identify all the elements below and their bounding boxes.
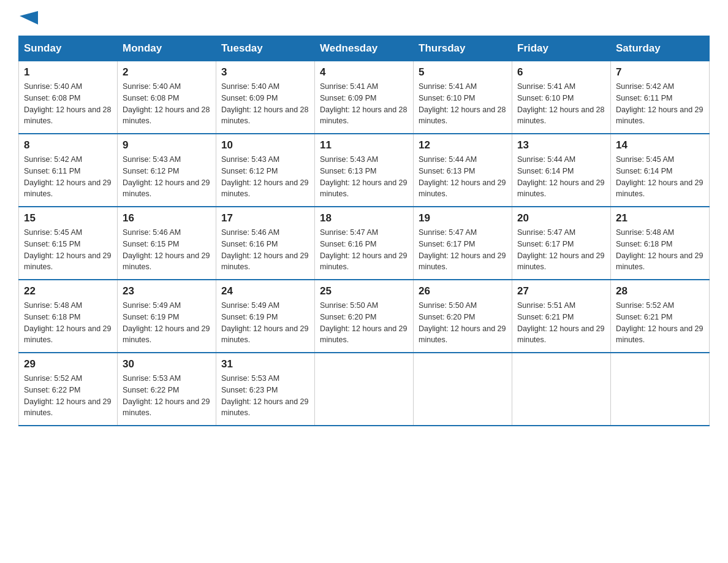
day-info: Sunrise: 5:42 AM Sunset: 6:11 PM Dayligh… [24,154,112,200]
day-number: 6 [517,66,605,79]
day-number: 11 [320,139,408,151]
calendar-cell: 11 Sunrise: 5:43 AM Sunset: 6:13 PM Dayl… [315,134,414,207]
calendar-cell: 28 Sunrise: 5:52 AM Sunset: 6:21 PM Dayl… [611,280,710,353]
day-number: 16 [123,212,211,224]
day-info: Sunrise: 5:41 AM Sunset: 6:10 PM Dayligh… [517,81,605,127]
day-number: 23 [123,285,211,297]
calendar-cell: 9 Sunrise: 5:43 AM Sunset: 6:12 PM Dayli… [118,134,216,207]
day-number: 13 [517,139,605,151]
calendar-cell [512,353,611,426]
calendar-cell: 10 Sunrise: 5:43 AM Sunset: 6:12 PM Dayl… [216,134,315,207]
day-info: Sunrise: 5:52 AM Sunset: 6:22 PM Dayligh… [24,373,112,419]
calendar-week-row: 15 Sunrise: 5:45 AM Sunset: 6:15 PM Dayl… [19,207,710,280]
calendar-cell: 8 Sunrise: 5:42 AM Sunset: 6:11 PM Dayli… [19,134,118,207]
day-info: Sunrise: 5:40 AM Sunset: 6:08 PM Dayligh… [24,81,112,127]
calendar-cell: 6 Sunrise: 5:41 AM Sunset: 6:10 PM Dayli… [512,61,611,134]
day-number: 3 [221,66,309,79]
day-info: Sunrise: 5:46 AM Sunset: 6:15 PM Dayligh… [123,227,211,273]
day-info: Sunrise: 5:41 AM Sunset: 6:10 PM Dayligh… [419,81,507,127]
calendar-cell: 24 Sunrise: 5:49 AM Sunset: 6:19 PM Dayl… [216,280,315,353]
day-number: 1 [24,66,112,79]
day-info: Sunrise: 5:47 AM Sunset: 6:17 PM Dayligh… [517,227,605,273]
day-info: Sunrise: 5:46 AM Sunset: 6:16 PM Dayligh… [221,227,309,273]
day-info: Sunrise: 5:40 AM Sunset: 6:08 PM Dayligh… [123,81,211,127]
day-info: Sunrise: 5:43 AM Sunset: 6:13 PM Dayligh… [320,154,408,200]
day-number: 18 [320,212,408,224]
day-info: Sunrise: 5:53 AM Sunset: 6:23 PM Dayligh… [221,373,309,419]
day-info: Sunrise: 5:49 AM Sunset: 6:19 PM Dayligh… [221,300,309,346]
calendar-cell: 31 Sunrise: 5:53 AM Sunset: 6:23 PM Dayl… [216,353,315,426]
day-number: 17 [221,212,309,224]
calendar-cell: 3 Sunrise: 5:40 AM Sunset: 6:09 PM Dayli… [216,61,315,134]
day-info: Sunrise: 5:47 AM Sunset: 6:16 PM Dayligh… [320,227,408,273]
calendar-cell: 23 Sunrise: 5:49 AM Sunset: 6:19 PM Dayl… [118,280,216,353]
calendar-cell: 17 Sunrise: 5:46 AM Sunset: 6:16 PM Dayl… [216,207,315,280]
day-info: Sunrise: 5:45 AM Sunset: 6:14 PM Dayligh… [616,154,704,200]
day-info: Sunrise: 5:43 AM Sunset: 6:12 PM Dayligh… [123,154,211,200]
day-number: 25 [320,285,408,297]
calendar-cell: 7 Sunrise: 5:42 AM Sunset: 6:11 PM Dayli… [611,61,710,134]
day-info: Sunrise: 5:48 AM Sunset: 6:18 PM Dayligh… [24,300,112,346]
calendar-week-row: 29 Sunrise: 5:52 AM Sunset: 6:22 PM Dayl… [19,353,710,426]
day-info: Sunrise: 5:51 AM Sunset: 6:21 PM Dayligh… [517,300,605,346]
calendar-cell: 2 Sunrise: 5:40 AM Sunset: 6:08 PM Dayli… [118,61,216,134]
calendar-cell: 30 Sunrise: 5:53 AM Sunset: 6:22 PM Dayl… [118,353,216,426]
calendar-cell: 26 Sunrise: 5:50 AM Sunset: 6:20 PM Dayl… [414,280,512,353]
calendar-cell [315,353,414,426]
svg-marker-0 [20,11,38,25]
day-number: 4 [320,66,408,79]
day-info: Sunrise: 5:44 AM Sunset: 6:14 PM Dayligh… [517,154,605,200]
day-number: 22 [24,285,112,297]
day-info: Sunrise: 5:48 AM Sunset: 6:18 PM Dayligh… [616,227,704,273]
calendar-cell: 13 Sunrise: 5:44 AM Sunset: 6:14 PM Dayl… [512,134,611,207]
day-info: Sunrise: 5:53 AM Sunset: 6:22 PM Dayligh… [123,373,211,419]
day-number: 5 [419,66,507,79]
calendar-cell: 18 Sunrise: 5:47 AM Sunset: 6:16 PM Dayl… [315,207,414,280]
day-number: 29 [24,358,112,370]
day-info: Sunrise: 5:49 AM Sunset: 6:19 PM Dayligh… [123,300,211,346]
day-info: Sunrise: 5:43 AM Sunset: 6:12 PM Dayligh… [221,154,309,200]
calendar-cell: 20 Sunrise: 5:47 AM Sunset: 6:17 PM Dayl… [512,207,611,280]
day-number: 14 [616,139,704,151]
day-number: 26 [419,285,507,297]
logo-triangle-icon [20,11,38,29]
day-info: Sunrise: 5:47 AM Sunset: 6:17 PM Dayligh… [419,227,507,273]
page-header [18,12,710,25]
day-info: Sunrise: 5:52 AM Sunset: 6:21 PM Dayligh… [616,300,704,346]
day-number: 8 [24,139,112,151]
calendar-cell: 12 Sunrise: 5:44 AM Sunset: 6:13 PM Dayl… [414,134,512,207]
calendar-week-row: 8 Sunrise: 5:42 AM Sunset: 6:11 PM Dayli… [19,134,710,207]
day-number: 19 [419,212,507,224]
day-info: Sunrise: 5:44 AM Sunset: 6:13 PM Dayligh… [419,154,507,200]
day-number: 21 [616,212,704,224]
day-info: Sunrise: 5:40 AM Sunset: 6:09 PM Dayligh… [221,81,309,127]
logo [18,12,38,25]
day-info: Sunrise: 5:41 AM Sunset: 6:09 PM Dayligh… [320,81,408,127]
column-header-monday: Monday [118,36,216,61]
calendar-header-row: SundayMondayTuesdayWednesdayThursdayFrid… [19,36,710,61]
calendar-cell: 4 Sunrise: 5:41 AM Sunset: 6:09 PM Dayli… [315,61,414,134]
day-number: 30 [123,358,211,370]
column-header-friday: Friday [512,36,611,61]
column-header-tuesday: Tuesday [216,36,315,61]
calendar-table: SundayMondayTuesdayWednesdayThursdayFrid… [18,36,710,426]
calendar-cell [414,353,512,426]
column-header-sunday: Sunday [19,36,118,61]
calendar-cell: 19 Sunrise: 5:47 AM Sunset: 6:17 PM Dayl… [414,207,512,280]
day-number: 27 [517,285,605,297]
calendar-week-row: 1 Sunrise: 5:40 AM Sunset: 6:08 PM Dayli… [19,61,710,134]
day-number: 10 [221,139,309,151]
day-number: 31 [221,358,309,370]
day-number: 28 [616,285,704,297]
day-number: 7 [616,66,704,79]
calendar-week-row: 22 Sunrise: 5:48 AM Sunset: 6:18 PM Dayl… [19,280,710,353]
column-header-wednesday: Wednesday [315,36,414,61]
calendar-cell: 5 Sunrise: 5:41 AM Sunset: 6:10 PM Dayli… [414,61,512,134]
day-info: Sunrise: 5:45 AM Sunset: 6:15 PM Dayligh… [24,227,112,273]
calendar-cell: 1 Sunrise: 5:40 AM Sunset: 6:08 PM Dayli… [19,61,118,134]
calendar-cell: 27 Sunrise: 5:51 AM Sunset: 6:21 PM Dayl… [512,280,611,353]
day-info: Sunrise: 5:50 AM Sunset: 6:20 PM Dayligh… [320,300,408,346]
day-number: 24 [221,285,309,297]
calendar-cell: 22 Sunrise: 5:48 AM Sunset: 6:18 PM Dayl… [19,280,118,353]
day-number: 20 [517,212,605,224]
